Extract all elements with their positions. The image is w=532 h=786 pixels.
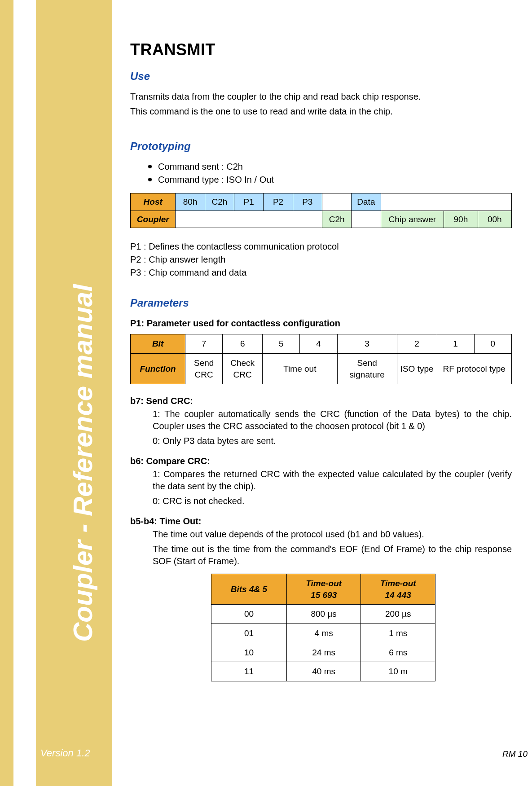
to-r2-bits: 10 xyxy=(211,643,287,662)
timeout-row-3: 11 40 ms 10 m xyxy=(211,662,435,681)
bit-6: 6 xyxy=(223,334,263,354)
host-row: Host 80h C2h P1 P2 P3 Data xyxy=(131,193,512,211)
param-definitions: P1 : Defines the contactless communicati… xyxy=(130,241,512,279)
func-6: Check CRC xyxy=(223,353,263,384)
func-7: Send CRC xyxy=(185,353,223,384)
bit-4: 4 xyxy=(300,334,337,354)
coupler-c10: 00h xyxy=(478,211,511,228)
timeout-h3b: 14 443 xyxy=(365,589,431,601)
timeout-h3a: Time-out xyxy=(380,579,416,588)
coupler-c6: C2h xyxy=(322,211,351,228)
b54-line2: The time out is the time from the comman… xyxy=(153,543,512,567)
to-r3-t1: 40 ms xyxy=(286,662,361,681)
host-c4: P2 xyxy=(264,193,293,211)
host-c7: Data xyxy=(352,193,381,211)
coupler-empty1 xyxy=(176,211,322,228)
version-label: Version 1.2 xyxy=(40,747,90,759)
timeout-h2: Time-out 15 693 xyxy=(286,574,361,605)
b6-title: b6: Compare CRC: xyxy=(130,455,512,467)
to-r2-t2: 6 ms xyxy=(361,643,435,662)
coupler-c8: Chip answer xyxy=(381,211,444,228)
timeout-row-2: 10 24 ms 6 ms xyxy=(211,643,435,662)
sidebar-band: Coupler - Reference manual Version 1.2 xyxy=(0,0,112,786)
timeout-h2b: 15 693 xyxy=(291,589,356,601)
p1-param-title: P1: Parameter used for contactless confi… xyxy=(130,317,512,329)
function-label: Function xyxy=(131,353,185,384)
use-text-2: This command is the one to use to read a… xyxy=(130,105,512,118)
host-empty xyxy=(381,193,511,211)
bit-0: 0 xyxy=(474,334,511,354)
prototyping-heading: Prototyping xyxy=(130,140,512,153)
b7-line2: 0: Only P3 data bytes are sent. xyxy=(153,435,512,447)
doc-side-title: Coupler - Reference manual xyxy=(67,284,98,642)
bits-function-row: Function Send CRC Check CRC Time out Sen… xyxy=(131,353,512,384)
func-10: RF protocol type xyxy=(437,353,511,384)
to-r0-t2: 200 µs xyxy=(361,605,435,624)
func-2: ISO type xyxy=(397,353,437,384)
to-r1-bits: 01 xyxy=(211,624,287,643)
sidebar-white-stripe xyxy=(13,0,36,786)
b54-title: b5-b4: Time Out: xyxy=(130,515,512,527)
host-c6 xyxy=(322,193,351,211)
coupler-label: Coupler xyxy=(131,211,176,228)
bit-3: 3 xyxy=(337,334,397,354)
coupler-c9: 90h xyxy=(444,211,478,228)
to-r0-bits: 00 xyxy=(211,605,287,624)
bit-label: Bit xyxy=(131,334,185,354)
p2-def: P2 : Chip answer length xyxy=(130,254,512,266)
bit-2: 2 xyxy=(397,334,437,354)
b7-title: b7: Send CRC: xyxy=(130,395,512,407)
host-c5: P3 xyxy=(293,193,322,211)
parameters-heading: Parameters xyxy=(130,297,512,309)
proto-bullet-2: Command type : ISO In / Out xyxy=(148,174,512,186)
to-r1-t1: 4 ms xyxy=(286,624,361,643)
to-r3-t2: 10 m xyxy=(361,662,435,681)
use-heading: Use xyxy=(130,70,512,83)
host-c1: 80h xyxy=(176,193,205,211)
page-footer: RM 10 xyxy=(502,749,528,759)
proto-bullet-1: Command sent : C2h xyxy=(148,161,512,173)
to-r3-bits: 11 xyxy=(211,662,287,681)
host-label: Host xyxy=(131,193,176,211)
b7-line1: 1: The coupler automatically sends the C… xyxy=(153,408,512,432)
coupler-row: Coupler C2h Chip answer 90h 00h xyxy=(131,211,512,228)
bit-1: 1 xyxy=(437,334,474,354)
page-title: TRANSMIT xyxy=(130,40,512,59)
func-54: Time out xyxy=(263,353,337,384)
b6-line1: 1: Compares the returned CRC with the ex… xyxy=(153,468,512,492)
to-r2-t1: 24 ms xyxy=(286,643,361,662)
to-r1-t2: 1 ms xyxy=(361,624,435,643)
to-r0-t1: 800 µs xyxy=(286,605,361,624)
timeout-h1: Bits 4& 5 xyxy=(211,574,287,605)
func-3: Send signature xyxy=(337,353,397,384)
timeout-h2a: Time-out xyxy=(306,579,342,588)
timeout-row-0: 00 800 µs 200 µs xyxy=(211,605,435,624)
bit-5: 5 xyxy=(263,334,300,354)
host-c2: C2h xyxy=(205,193,234,211)
timeout-table: Bits 4& 5 Time-out 15 693 Time-out 14 44… xyxy=(211,574,435,681)
prototyping-table: Host 80h C2h P1 P2 P3 Data Coupler C2h C… xyxy=(130,193,512,228)
p1-def: P1 : Defines the contactless communicati… xyxy=(130,241,512,253)
timeout-row-1: 01 4 ms 1 ms xyxy=(211,624,435,643)
timeout-h3: Time-out 14 443 xyxy=(361,574,435,605)
bits-table: Bit 7 6 5 4 3 2 1 0 Function Send CRC Ch… xyxy=(130,334,512,384)
b54-line1: The time out value depends of the protoc… xyxy=(153,528,512,540)
use-text-1: Transmits data from the coupler to the c… xyxy=(130,91,512,103)
prototyping-bullets: Command sent : C2h Command type : ISO In… xyxy=(148,161,512,186)
p3-def: P3 : Chip command and data xyxy=(130,267,512,279)
bits-header-row: Bit 7 6 5 4 3 2 1 0 xyxy=(131,334,512,354)
host-c3: P1 xyxy=(234,193,264,211)
bit-7: 7 xyxy=(185,334,223,354)
b6-line2: 0: CRC is not checked. xyxy=(153,495,512,507)
coupler-empty2 xyxy=(352,211,381,228)
timeout-header-row: Bits 4& 5 Time-out 15 693 Time-out 14 44… xyxy=(211,574,435,605)
page-content: TRANSMIT Use Transmits data from the cou… xyxy=(130,40,512,681)
